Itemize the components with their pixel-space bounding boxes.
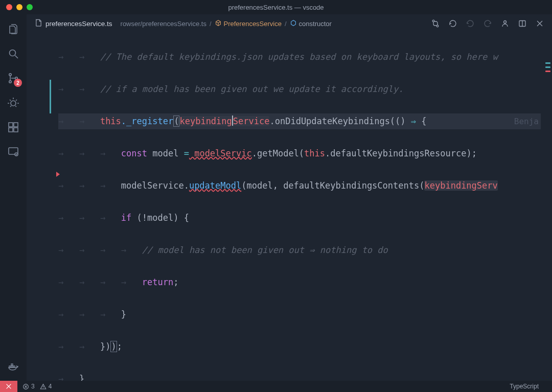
window-controls: [6, 4, 33, 10]
svg-rect-11: [14, 128, 18, 132]
close-window-button[interactable]: [6, 4, 12, 10]
window-title: preferencesService.ts — vscode: [228, 4, 324, 11]
next-change-icon[interactable]: [484, 19, 492, 28]
svg-point-8: [11, 101, 16, 106]
status-bar: 3 4 TypeScript: [0, 381, 552, 392]
debug-icon[interactable]: [7, 96, 20, 109]
compare-changes-icon[interactable]: [431, 19, 440, 28]
change-indicator[interactable]: [50, 80, 51, 113]
typescript-file-icon: [35, 19, 42, 28]
account-icon[interactable]: [501, 19, 509, 28]
breadcrumb-separator: /: [285, 20, 287, 28]
breadcrumb-segment: rowser/preferencesService.ts: [121, 20, 206, 28]
class-icon: [215, 19, 222, 28]
editor[interactable]: → → // The default keybindings.json upda…: [27, 33, 552, 381]
language-mode[interactable]: TypeScript: [510, 383, 539, 390]
minimize-window-button[interactable]: [16, 4, 22, 10]
docker-icon[interactable]: [7, 360, 20, 374]
svg-rect-18: [11, 364, 13, 365]
revert-icon[interactable]: [449, 19, 457, 28]
problems-warnings[interactable]: 4: [40, 383, 52, 390]
code-content[interactable]: → → // The default keybindings.json upda…: [58, 33, 541, 381]
svg-rect-9: [9, 123, 13, 127]
svg-point-5: [9, 74, 11, 76]
remote-indicator[interactable]: [0, 381, 17, 392]
svg-point-0: [432, 20, 434, 22]
breadcrumb-separator: /: [210, 20, 212, 28]
prev-change-icon[interactable]: [466, 19, 474, 28]
extensions-icon[interactable]: [7, 121, 20, 134]
remote-icon[interactable]: [7, 145, 20, 158]
method-icon: [290, 19, 297, 28]
scm-badge: 2: [14, 79, 22, 87]
editor-actions: [431, 19, 552, 28]
git-blame-annotation: Benja: [514, 113, 539, 130]
breadcrumb[interactable]: rowser/preferencesService.ts / Preferenc…: [121, 19, 332, 28]
source-control-icon[interactable]: 2: [7, 72, 20, 85]
svg-rect-10: [9, 128, 13, 132]
editor-tab[interactable]: preferencesService.ts: [31, 19, 117, 28]
maximize-window-button[interactable]: [27, 4, 33, 10]
explorer-icon[interactable]: [7, 22, 20, 36]
svg-rect-12: [14, 123, 18, 127]
split-editor-icon[interactable]: [518, 19, 526, 28]
svg-point-6: [9, 81, 11, 83]
breadcrumb-segment: PreferencesService: [215, 19, 282, 28]
svg-point-1: [436, 25, 439, 27]
svg-point-4: [10, 50, 16, 56]
editor-tab-bar: preferencesService.ts rowser/preferences…: [0, 14, 552, 33]
close-tab-icon[interactable]: [536, 19, 544, 28]
problems-errors[interactable]: 3: [22, 383, 35, 390]
activity-bar: 2: [0, 14, 27, 381]
tab-label: preferencesService.ts: [45, 20, 112, 28]
svg-point-2: [504, 21, 507, 24]
search-icon[interactable]: [7, 47, 20, 60]
breadcrumb-segment: constructor: [290, 19, 332, 28]
titlebar: preferencesService.ts — vscode: [0, 0, 552, 14]
minimap[interactable]: [543, 33, 552, 381]
